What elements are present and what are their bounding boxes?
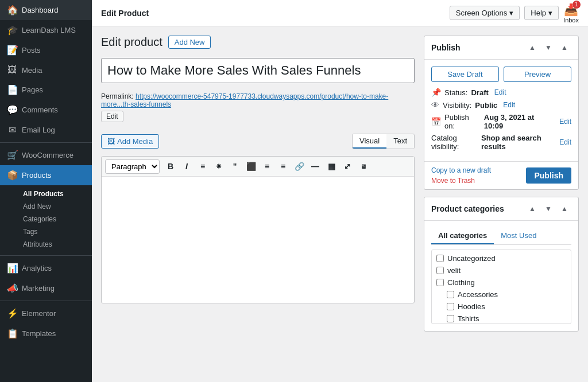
products-icon: 📦 (7, 170, 17, 181)
submenu-attributes[interactable]: Attributes (18, 238, 92, 251)
publish-button[interactable]: Publish (526, 167, 571, 184)
visibility-label: Visibility: (443, 101, 471, 110)
marketing-icon: 📣 (7, 283, 17, 294)
link-button[interactable]: 🔗 (292, 159, 307, 174)
sidebar-item-dashboard[interactable]: 🏠 Dashboard (0, 0, 92, 20)
permalink-row: Permalink: https://woocommerce-547975-19… (101, 92, 415, 122)
main-column: Edit product Add New Permalink: https://… (101, 36, 415, 373)
sidebar-item-learndash[interactable]: 🎓 LearnDash LMS (0, 20, 92, 40)
list-item: velit (434, 264, 568, 276)
publish-panel-collapse-button[interactable]: ▲ (558, 41, 571, 54)
category-checkbox-velit[interactable] (436, 267, 444, 274)
category-checkbox-uncategorized[interactable] (436, 255, 444, 262)
text-tab[interactable]: Text (386, 134, 414, 149)
screen-options-button[interactable]: Screen Options ▾ (450, 6, 520, 20)
sidebar-item-templates[interactable]: 📋 Templates (0, 323, 92, 344)
format-bar: Paragraph Heading 1 Heading 2 Heading 3 … (102, 157, 414, 177)
submenu-all-products[interactable]: All Products (18, 188, 92, 200)
help-button[interactable]: Help ▾ (524, 6, 559, 20)
submenu-tags[interactable]: Tags (18, 225, 92, 238)
category-checkbox-hoodies[interactable] (447, 303, 454, 310)
permalink-link[interactable]: https://woocommerce-547975-1977733.cloud… (101, 92, 388, 108)
sidebar-item-woocommerce[interactable]: 🛒 WooCommerce (0, 145, 92, 165)
sidebar-item-label: WooCommerce (22, 151, 74, 159)
categories-panel-down-button[interactable]: ▼ (541, 202, 555, 216)
catalog-visibility-value: Shop and search results (481, 134, 554, 151)
category-checkbox-tshirts[interactable] (447, 315, 454, 322)
category-checkbox-accessories[interactable] (447, 291, 454, 298)
category-label: Hoodies (458, 302, 485, 311)
publish-panel-down-button[interactable]: ▼ (541, 41, 555, 54)
save-draft-button[interactable]: Save Draft (431, 67, 499, 82)
sidebar-item-analytics[interactable]: 📊 Analytics (0, 258, 92, 278)
sidebar-item-pages[interactable]: 📄 Pages (0, 80, 92, 100)
category-checkbox-clothing[interactable] (436, 279, 444, 286)
status-row: 📌 Status: Draft Edit (431, 88, 571, 97)
insert-more-button[interactable]: — (308, 159, 323, 174)
align-center-button[interactable]: ≡ (260, 159, 274, 174)
add-media-button[interactable]: 🖼 Add Media (101, 134, 159, 149)
paragraph-format-select[interactable]: Paragraph Heading 1 Heading 2 Heading 3 (105, 159, 160, 174)
add-media-icon: 🖼 (107, 137, 115, 146)
topbar-title: Edit Product (101, 9, 149, 18)
topbar-right: Screen Options ▾ Help ▾ 📥 1 Inbox (450, 3, 579, 24)
sidebar-item-posts[interactable]: 📝 Posts (0, 40, 92, 60)
editor-toolbar-top: 🖼 Add Media Visual Text (101, 134, 415, 149)
comments-icon: 💬 (7, 104, 17, 115)
main-area: Edit Product Screen Options ▾ Help ▾ 📥 1… (92, 0, 588, 382)
email-icon: ✉ (7, 124, 17, 135)
add-new-button[interactable]: Add New (168, 36, 211, 49)
permalink-edit-button[interactable]: Edit (101, 111, 123, 122)
categories-panel-collapse-button[interactable]: ▲ (558, 202, 571, 216)
posts-icon: 📝 (7, 45, 17, 56)
ordered-list-button[interactable]: ⁕ (211, 159, 226, 174)
category-label: Clothing (447, 278, 475, 287)
copy-draft-link[interactable]: Copy to a new draft (431, 166, 491, 174)
move-trash-link[interactable]: Move to Trash (431, 177, 491, 185)
preview-button[interactable]: Preview (504, 67, 571, 82)
align-right-button[interactable]: ≡ (276, 159, 291, 174)
sidebar-item-label: Dashboard (22, 6, 59, 14)
sidebar-item-label: Posts (22, 46, 41, 54)
media-icon: 🖼 (7, 65, 17, 75)
fullscreen-button[interactable]: ⤢ (340, 159, 355, 174)
most-used-tab[interactable]: Most Used (494, 228, 543, 244)
sidebar-item-products[interactable]: 📦 Products (0, 165, 92, 185)
page-title: Edit product (101, 36, 163, 49)
align-left-button[interactable]: ⬛ (243, 159, 258, 174)
submenu-add-new[interactable]: Add New (18, 200, 92, 213)
sidebar-item-label: Comments (22, 106, 58, 114)
publish-panel-up-button[interactable]: ▲ (525, 41, 539, 54)
categories-panel-up-button[interactable]: ▲ (525, 202, 539, 216)
publish-date-edit-link[interactable]: Edit (559, 118, 571, 126)
visual-tab[interactable]: Visual (353, 134, 386, 149)
all-categories-tab[interactable]: All categories (431, 228, 494, 244)
editor-content[interactable] (102, 177, 414, 303)
help-label: Help (531, 9, 546, 17)
catalog-visibility-row: Catalog visibility: Shop and search resu… (431, 134, 571, 151)
sidebar-item-media[interactable]: 🖼 Media (0, 60, 92, 80)
italic-button[interactable]: I (179, 159, 194, 174)
templates-icon: 📋 (7, 328, 17, 339)
visibility-edit-link[interactable]: Edit (503, 101, 515, 109)
bold-button[interactable]: B (163, 159, 178, 174)
submenu-categories[interactable]: Categories (18, 213, 92, 225)
topbar: Edit Product Screen Options ▾ Help ▾ 📥 1… (92, 0, 588, 26)
unordered-list-button[interactable]: ≡ (195, 159, 210, 174)
table-button[interactable]: ▦ (324, 159, 339, 174)
html-button[interactable]: 🖥 (356, 159, 371, 174)
sidebar-item-label: Elementor (22, 309, 56, 318)
page-title-row: Edit product Add New (101, 36, 415, 49)
sidebar-item-marketing[interactable]: 📣 Marketing (0, 278, 92, 298)
inbox-button[interactable]: 📥 1 Inbox (563, 3, 579, 24)
blockquote-button[interactable]: " (227, 159, 242, 174)
status-edit-link[interactable]: Edit (494, 88, 506, 96)
sidebar-item-email-log[interactable]: ✉ Email Log (0, 120, 92, 140)
category-label: Uncategorized (447, 254, 496, 263)
product-title-input[interactable] (101, 58, 415, 83)
sidebar-item-elementor[interactable]: ⚡ Elementor (0, 303, 92, 323)
pages-icon: 📄 (7, 84, 17, 95)
catalog-visibility-edit-link[interactable]: Edit (559, 138, 571, 146)
learndash-icon: 🎓 (7, 25, 17, 36)
sidebar-item-comments[interactable]: 💬 Comments (0, 100, 92, 120)
